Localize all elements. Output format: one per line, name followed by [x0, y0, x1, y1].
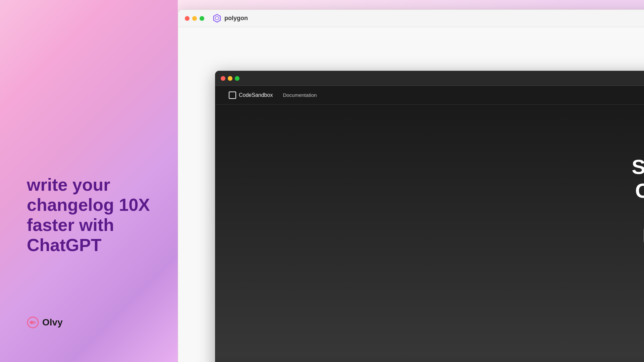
svg-point-2: [33, 321, 35, 323]
olvy-text: Olvy: [42, 317, 63, 328]
inner-browser-fade-overlay: [215, 355, 644, 362]
outer-browser-titlebar: polygon: [178, 10, 644, 27]
olvy-logo: Olvy: [27, 316, 151, 328]
outer-traffic-light-red[interactable]: [185, 16, 190, 21]
right-panel: polygon CodeSandbox: [178, 0, 644, 362]
csb-heading-line2: CodeSandb: [632, 179, 644, 202]
left-panel: write your changelog 10X faster with Cha…: [0, 0, 178, 362]
polygon-hex-icon: [212, 14, 222, 23]
inner-traffic-light-red[interactable]: [221, 76, 225, 81]
outer-browser: polygon CodeSandbox: [178, 9, 644, 362]
olvy-icon: [27, 316, 39, 328]
csb-subscribe-area: Subscribe to updates: [229, 228, 644, 244]
csb-nav-documentation[interactable]: Documentation: [283, 92, 317, 98]
outer-traffic-light-yellow[interactable]: [192, 16, 197, 21]
outer-traffic-light-green[interactable]: [200, 16, 204, 21]
inner-traffic-light-yellow[interactable]: [228, 76, 232, 81]
inner-browser-content: CodeSandbox Documentation Stay up to d C…: [215, 86, 644, 362]
csb-heading: Stay up to d CodeSandb: [632, 155, 644, 203]
svg-marker-4: [215, 16, 219, 20]
inner-traffic-light-green[interactable]: [235, 76, 239, 81]
polygon-logo: polygon: [212, 14, 248, 23]
csb-hero: Stay up to d CodeSandb Find out all the …: [215, 105, 644, 362]
inner-browser: CodeSandbox Documentation Stay up to d C…: [215, 71, 644, 362]
csb-logo-text: CodeSandbox: [239, 92, 273, 98]
polygon-text: polygon: [224, 15, 248, 22]
csb-nav: CodeSandbox Documentation: [215, 86, 644, 105]
outer-browser-content: CodeSandbox Documentation Stay up to d C…: [178, 27, 644, 362]
headline: write your changelog 10X faster with Cha…: [27, 175, 151, 255]
csb-logo-box-icon: [229, 92, 236, 99]
csb-filters: Categories ▾ Projects ▾: [229, 260, 644, 266]
csb-logo: CodeSandbox: [229, 92, 273, 99]
csb-heading-line1: Stay up to d: [632, 155, 644, 179]
svg-point-1: [30, 321, 33, 324]
svg-marker-3: [214, 14, 220, 22]
inner-browser-titlebar: [215, 71, 644, 86]
